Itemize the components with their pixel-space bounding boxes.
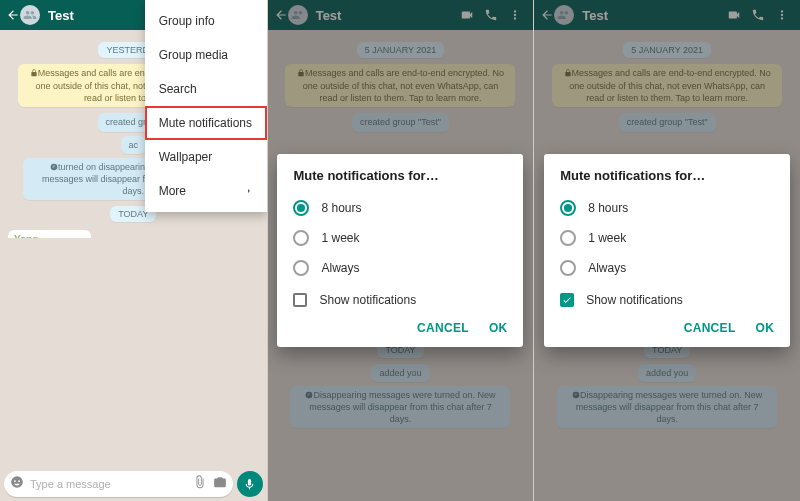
radio-icon [560, 230, 576, 246]
radio-icon [560, 260, 576, 276]
emoji-icon[interactable] [10, 475, 24, 493]
menu-group-media[interactable]: Group media [145, 38, 267, 72]
screenshot-panel-3: Test 5 JANUARY 2021 Messages and calls a… [533, 0, 800, 501]
option-always[interactable]: Always [560, 253, 774, 283]
chevron-right-icon [245, 184, 253, 198]
menu-wallpaper[interactable]: Wallpaper [145, 140, 267, 174]
input-bar: Type a message [0, 471, 267, 501]
ok-button[interactable]: OK [756, 321, 775, 335]
option-1-week[interactable]: 1 week [560, 223, 774, 253]
option-8-hours[interactable]: 8 hours [293, 193, 507, 223]
avatar[interactable] [20, 5, 40, 25]
mic-button[interactable] [237, 471, 263, 497]
radio-icon [293, 200, 309, 216]
option-1-week[interactable]: 1 week [293, 223, 507, 253]
show-notifications-checkbox[interactable]: Show notifications [293, 283, 507, 311]
overflow-menu: Group info Group media Search Mute notif… [145, 0, 267, 212]
menu-mute-notifications[interactable]: Mute notifications [145, 106, 267, 140]
screenshot-panel-2: Test 5 JANUARY 2021 Messages and calls a… [267, 0, 534, 501]
menu-search[interactable]: Search [145, 72, 267, 106]
dialog-title: Mute notifications for… [293, 168, 507, 183]
system-ac: ac [121, 136, 147, 154]
message-input[interactable]: Type a message [4, 471, 233, 497]
dialog-scrim[interactable]: Mute notifications for… 8 hours 1 week A… [268, 0, 534, 501]
mute-dialog: Mute notifications for… 8 hours 1 week A… [544, 154, 790, 347]
cancel-button[interactable]: CANCEL [684, 321, 736, 335]
radio-icon [293, 260, 309, 276]
screenshot-panel-1: Test YESTERDAY Messages and calls are en… [0, 0, 267, 501]
menu-group-info[interactable]: Group info [145, 4, 267, 38]
ok-button[interactable]: OK [489, 321, 508, 335]
dialog-scrim[interactable]: Mute notifications for… 8 hours 1 week A… [534, 0, 800, 501]
message-input-placeholder: Type a message [24, 478, 193, 490]
attach-icon[interactable] [193, 475, 207, 493]
option-8-hours[interactable]: 8 hours [560, 193, 774, 223]
checkbox-icon [560, 293, 574, 307]
blank-area [0, 238, 267, 441]
option-always[interactable]: Always [293, 253, 507, 283]
radio-icon [293, 230, 309, 246]
menu-more[interactable]: More [145, 174, 267, 208]
dialog-title: Mute notifications for… [560, 168, 774, 183]
checkbox-icon [293, 293, 307, 307]
back-icon[interactable] [6, 8, 20, 22]
mute-dialog: Mute notifications for… 8 hours 1 week A… [277, 154, 523, 347]
cancel-button[interactable]: CANCEL [417, 321, 469, 335]
radio-icon [560, 200, 576, 216]
show-notifications-checkbox[interactable]: Show notifications [560, 283, 774, 311]
camera-icon[interactable] [213, 475, 227, 493]
